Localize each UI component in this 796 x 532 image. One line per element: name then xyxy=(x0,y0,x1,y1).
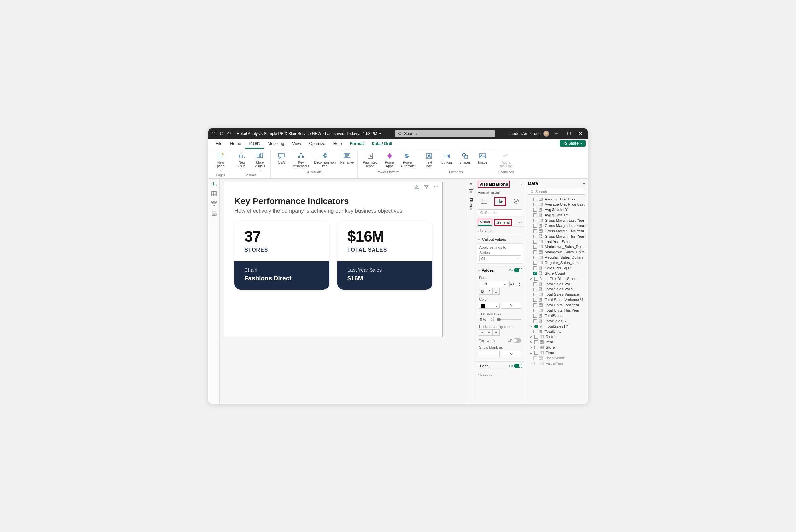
field-item[interactable]: Regular_Sales_Units xyxy=(527,260,586,265)
field-item[interactable]: >FiscalYear xyxy=(527,361,586,366)
menu-optimize[interactable]: Optimize xyxy=(305,139,329,148)
field-item[interactable]: TotalUnits xyxy=(527,329,586,334)
color-fx-button[interactable]: fx xyxy=(501,303,522,309)
ribbon-text-box[interactable]: AText box xyxy=(421,150,437,170)
field-item[interactable]: Total Sales Var xyxy=(527,281,586,286)
field-checkbox[interactable] xyxy=(533,356,537,360)
ribbon-shapes[interactable]: Shapes⌄ xyxy=(457,150,473,170)
menu-data-drill[interactable]: Data / Drill xyxy=(368,139,396,148)
undo-icon[interactable] xyxy=(219,131,223,136)
report-view-icon[interactable] xyxy=(211,180,217,187)
report-canvas[interactable]: ⋯ Key Performance Indicators How effecti… xyxy=(219,179,467,404)
font-style-buttons[interactable]: BIU xyxy=(479,288,500,295)
field-checkbox[interactable] xyxy=(535,346,538,349)
field-item[interactable]: >Store xyxy=(527,345,586,350)
ribbon-paginated-report[interactable]: Paginated report xyxy=(360,150,380,170)
field-item[interactable]: Last Year Sales xyxy=(527,239,586,244)
field-item[interactable]: FiscalMonth xyxy=(527,355,586,361)
tab-visual[interactable]: Visual xyxy=(478,219,492,226)
field-item[interactable]: Average Unit Price Last Y... xyxy=(527,202,586,207)
section-label[interactable]: › Label On xyxy=(475,361,525,370)
field-checkbox[interactable] xyxy=(533,234,537,238)
horizontal-align-buttons[interactable]: ≡≡≡ xyxy=(479,329,500,336)
field-checkbox[interactable] xyxy=(533,256,537,259)
values-toggle[interactable] xyxy=(514,268,523,272)
kpi-card-stores[interactable]: 37 STORES Chain Fashions Direct xyxy=(234,221,329,290)
field-checkbox[interactable] xyxy=(533,287,537,291)
field-checkbox[interactable] xyxy=(533,319,537,323)
field-item[interactable]: Markdown_Sales_Dollars xyxy=(527,244,586,249)
field-checkbox[interactable] xyxy=(535,340,538,344)
analytics-icon[interactable] xyxy=(511,197,522,206)
save-icon[interactable] xyxy=(211,131,216,136)
model-view-icon[interactable] xyxy=(211,201,217,206)
series-dropdown[interactable]: All⌄ xyxy=(480,255,521,261)
tab-general[interactable]: General xyxy=(494,219,512,226)
collapse-vis-icon[interactable]: » xyxy=(520,182,523,187)
ribbon-key-influencers[interactable]: Key influencers xyxy=(291,150,311,170)
field-checkbox[interactable] xyxy=(535,351,538,355)
field-item[interactable]: Markdown_Sales_Units xyxy=(527,249,586,255)
format-more-icon[interactable]: ⋯ xyxy=(517,220,523,225)
field-checkbox[interactable] xyxy=(533,240,537,244)
section-callout-values[interactable]: Callout values xyxy=(475,234,525,243)
ribbon-qa[interactable]: Q&A xyxy=(273,150,290,170)
ribbon-decomposition-tree[interactable]: Decomposition tree xyxy=(312,150,338,170)
ribbon-narrative[interactable]: Narrative xyxy=(339,150,355,170)
ribbon-power-apps[interactable]: Power Apps xyxy=(381,150,398,170)
field-checkbox[interactable] xyxy=(533,229,537,233)
menu-file[interactable]: File xyxy=(212,139,226,148)
section-layout[interactable]: Layout xyxy=(475,226,525,234)
field-item[interactable]: Total Sales Variance % xyxy=(527,297,586,302)
blank-fx-button[interactable]: fx xyxy=(501,351,522,357)
menu-format[interactable]: Format xyxy=(346,139,367,148)
field-checkbox[interactable] xyxy=(533,219,537,222)
field-item[interactable]: Regular_Sales_Dollars xyxy=(527,255,586,260)
field-item[interactable]: TotalSalesLY xyxy=(527,318,586,324)
menu-insert[interactable]: Insert xyxy=(246,139,264,149)
field-checkbox[interactable] xyxy=(533,272,537,275)
field-checkbox[interactable] xyxy=(533,224,537,228)
field-item[interactable]: TotalSales xyxy=(527,313,586,318)
label-toggle[interactable] xyxy=(514,364,523,368)
filters-pane-collapsed[interactable]: « Filters xyxy=(467,179,475,404)
field-item[interactable]: Gross Margin This Year xyxy=(527,228,586,233)
avatar[interactable] xyxy=(543,131,549,137)
field-checkbox[interactable] xyxy=(535,277,538,281)
field-checkbox[interactable] xyxy=(533,266,537,270)
ribbon-power-automate[interactable]: Power Automate xyxy=(399,150,416,170)
field-item[interactable]: Store Count xyxy=(527,271,586,276)
field-checkbox[interactable] xyxy=(535,335,538,339)
transparency-input[interactable]: 0 %▴▾ xyxy=(479,317,494,322)
build-visual-icon[interactable] xyxy=(478,197,490,206)
field-checkbox[interactable] xyxy=(533,250,537,254)
table-view-icon[interactable] xyxy=(211,191,217,196)
field-checkbox[interactable] xyxy=(533,330,537,334)
field-checkbox[interactable] xyxy=(535,362,538,365)
field-item[interactable]: Total Sales Variance xyxy=(527,292,586,297)
field-checkbox[interactable] xyxy=(533,208,537,212)
menu-modeling[interactable]: Modeling xyxy=(264,139,288,148)
field-item[interactable]: >District xyxy=(527,334,586,339)
format-visual-icon[interactable] xyxy=(494,197,506,206)
ribbon-buttons[interactable]: Buttons⌄ xyxy=(439,150,455,170)
field-checkbox[interactable] xyxy=(533,245,537,249)
collapse-data-icon[interactable]: » xyxy=(583,181,585,186)
kpi-card-sales[interactable]: $16M TOTAL SALES Last Year Sales $16M xyxy=(338,221,432,290)
format-search[interactable]: Search xyxy=(478,209,523,216)
data-search[interactable]: Search xyxy=(528,189,585,194)
selected-visual[interactable]: ⋯ Key Performance Indicators How effecti… xyxy=(224,182,443,338)
redo-icon[interactable] xyxy=(227,131,232,136)
field-checkbox[interactable] xyxy=(533,282,537,286)
field-item[interactable]: Gross Margin Last Year xyxy=(527,218,586,223)
field-checkbox[interactable] xyxy=(533,298,537,302)
field-item[interactable]: Avg $/Unit LY xyxy=(527,207,586,212)
field-item[interactable]: Gross Margin Last Year % xyxy=(527,223,586,228)
ribbon-new-visual[interactable]: New visual xyxy=(234,150,250,173)
menu-home[interactable]: Home xyxy=(226,139,245,148)
field-item[interactable]: >Item xyxy=(527,339,586,345)
close-button[interactable] xyxy=(576,129,585,138)
field-item[interactable]: Total Units Last Year xyxy=(527,302,586,308)
section-layout-2[interactable]: Layout xyxy=(475,370,525,378)
menu-help[interactable]: Help xyxy=(329,139,346,148)
